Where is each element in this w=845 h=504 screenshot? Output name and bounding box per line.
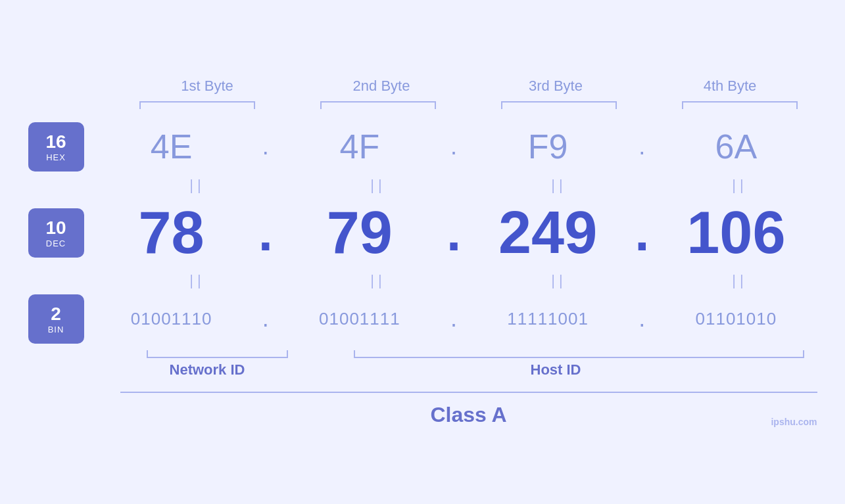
- hex-base-label: HEX: [46, 152, 66, 162]
- dec-val-1: 78: [91, 199, 253, 267]
- bin-val-3: 11111001: [467, 309, 629, 329]
- dot-bin-1: .: [253, 305, 279, 332]
- bracket-cell-1: [120, 101, 275, 109]
- id-labels-row: Network ID Host ID: [120, 361, 817, 378]
- hex-base-num: 16: [45, 131, 66, 152]
- top-bracket-2: [320, 101, 436, 109]
- dec-base-label: DEC: [46, 239, 66, 248]
- bin-base-label: BIN: [48, 325, 64, 334]
- bin-base-num: 2: [51, 304, 61, 325]
- dec-values: 78 . 79 . 249 . 106: [91, 199, 817, 267]
- eq2-4: ||: [663, 272, 817, 289]
- byte-headers-row: 1st Byte 2nd Byte 3rd Byte 4th Byte: [120, 78, 817, 95]
- bin-row: 2 BIN 01001110 . 01001111 . 11111001 . 0…: [28, 294, 817, 344]
- bottom-bracket-host: [354, 350, 804, 358]
- bottom-bracket-host-cell: [347, 350, 811, 358]
- byte1-header: 1st Byte: [120, 78, 295, 95]
- dot-bin-2: .: [441, 305, 467, 332]
- eq1-1: ||: [120, 177, 275, 194]
- byte3-header: 3rd Byte: [469, 78, 643, 95]
- bin-badge: 2 BIN: [28, 294, 84, 344]
- bracket-cell-4: [663, 101, 817, 109]
- bin-val-2: 01001111: [279, 309, 441, 329]
- class-label: Class A: [430, 403, 506, 426]
- dot-hex-1: .: [253, 133, 279, 160]
- eq1-4: ||: [663, 177, 817, 194]
- top-bracket-4: [682, 101, 798, 109]
- eq1-2: ||: [301, 177, 456, 194]
- dot-hex-2: .: [441, 133, 467, 160]
- eq2-2: ||: [301, 272, 456, 289]
- dot-dec-1: .: [253, 202, 279, 263]
- dec-row: 10 DEC 78 . 79 . 249 . 106: [28, 199, 817, 267]
- top-bracket-1: [139, 101, 255, 109]
- dot-bin-3: .: [629, 305, 655, 332]
- watermark: ipshu.com: [771, 417, 817, 427]
- byte4-header: 4th Byte: [643, 78, 817, 95]
- class-row: Class A ipshu.com: [120, 392, 817, 427]
- dec-badge: 10 DEC: [28, 208, 84, 258]
- eq2-1: ||: [120, 272, 275, 289]
- hex-val-1: 4E: [91, 127, 253, 166]
- bin-val-4: 01101010: [655, 309, 817, 329]
- top-bracket-3: [501, 101, 617, 109]
- byte2-header: 2nd Byte: [295, 78, 469, 95]
- top-bracket-row: [120, 101, 817, 109]
- dot-dec-2: .: [441, 202, 467, 263]
- bracket-cell-2: [301, 101, 456, 109]
- dec-val-3: 249: [467, 199, 629, 267]
- hex-val-2: 4F: [279, 127, 441, 166]
- host-id-label: Host ID: [295, 361, 817, 378]
- bottom-bracket-row: [120, 350, 817, 358]
- eq1-3: ||: [482, 177, 637, 194]
- dec-base-num: 10: [45, 218, 66, 239]
- hex-row: 16 HEX 4E . 4F . F9 . 6A: [28, 122, 817, 172]
- hex-badge: 16 HEX: [28, 122, 84, 172]
- main-container: 1st Byte 2nd Byte 3rd Byte 4th Byte 16 H…: [28, 78, 817, 427]
- equals-row-2: || || || ||: [120, 272, 817, 289]
- hex-val-3: F9: [467, 127, 629, 166]
- bottom-bracket-network: [147, 350, 288, 358]
- equals-row-1: || || || ||: [120, 177, 817, 194]
- hex-val-4: 6A: [655, 127, 817, 166]
- bottom-bracket-network-cell: [140, 350, 295, 358]
- dot-dec-3: .: [629, 202, 655, 263]
- dec-val-2: 79: [279, 199, 441, 267]
- eq2-3: ||: [482, 272, 637, 289]
- bracket-cell-3: [482, 101, 637, 109]
- bin-val-1: 01001110: [91, 309, 253, 329]
- bin-values: 01001110 . 01001111 . 11111001 . 0110101…: [91, 305, 817, 332]
- network-id-label: Network ID: [120, 361, 295, 378]
- dec-val-4: 106: [655, 199, 817, 267]
- hex-values: 4E . 4F . F9 . 6A: [91, 127, 817, 166]
- spacer-bb: [314, 350, 341, 358]
- dot-hex-3: .: [629, 133, 655, 160]
